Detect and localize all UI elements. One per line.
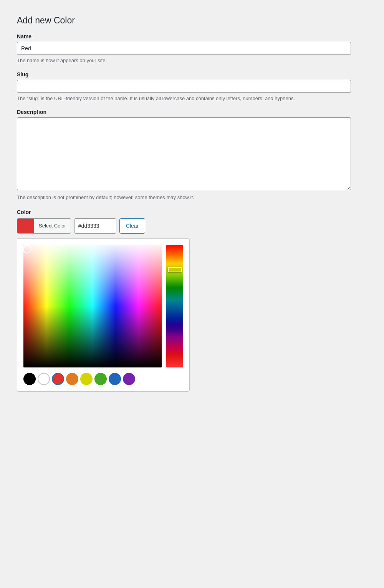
name-input[interactable]: [17, 42, 351, 55]
clear-button[interactable]: Clear: [119, 218, 145, 234]
hue-slider-track: [166, 245, 183, 367]
description-textarea[interactable]: [17, 117, 351, 190]
slug-label: Slug: [17, 71, 367, 77]
description-hint: The description is not prominent by defa…: [17, 194, 351, 201]
gradient-white-overlay: [23, 245, 162, 367]
swatch-yellow[interactable]: [80, 373, 93, 385]
gradient-cursor: [23, 245, 31, 254]
slug-field: Slug The “slug” is the URL-friendly vers…: [17, 71, 367, 102]
hue-slider-handle: [168, 267, 182, 272]
slug-input[interactable]: [17, 80, 351, 93]
color-picker-panel: [17, 238, 190, 392]
color-label: Color: [17, 209, 367, 215]
swatch-black[interactable]: [23, 373, 36, 385]
swatch-green[interactable]: [94, 373, 107, 385]
page-title: Add new Color: [17, 15, 367, 26]
hue-slider[interactable]: [166, 245, 183, 367]
swatch-orange[interactable]: [66, 373, 78, 385]
name-label: Name: [17, 33, 367, 40]
swatch-blue[interactable]: [109, 373, 121, 385]
page-container: Add new Color Name The name is how it ap…: [8, 8, 376, 399]
swatches-row: [23, 373, 183, 385]
color-controls: Select Color Clear: [17, 218, 367, 234]
color-swatch-preview: [17, 218, 34, 234]
swatch-white[interactable]: [38, 373, 50, 385]
swatch-red[interactable]: [52, 373, 64, 385]
select-color-text: Select Color: [34, 223, 71, 229]
color-hex-input[interactable]: [74, 218, 116, 234]
color-section: Color Select Color Clear: [17, 209, 367, 392]
color-picker-inner: [23, 245, 183, 367]
color-gradient-area[interactable]: [23, 245, 162, 367]
name-field: Name The name is how it appears on your …: [17, 33, 367, 64]
description-field: Description The description is not promi…: [17, 109, 367, 201]
slug-hint: The “slug” is the URL-friendly version o…: [17, 95, 351, 102]
swatch-purple[interactable]: [123, 373, 135, 385]
name-hint: The name is how it appears on your site.: [17, 57, 351, 64]
select-color-button[interactable]: Select Color: [17, 218, 71, 234]
description-label: Description: [17, 109, 367, 115]
